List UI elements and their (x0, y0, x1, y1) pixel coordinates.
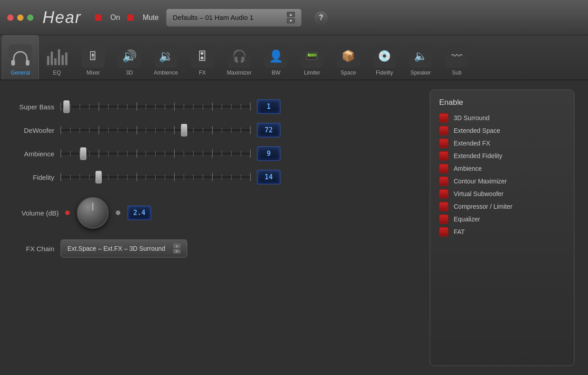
mute-led (127, 14, 133, 21)
ambience-thumb[interactable] (80, 147, 86, 160)
fidelity-label: Fidelity (14, 173, 54, 181)
label-equalizer: Equalizer (454, 216, 480, 223)
fidelity-thumb[interactable] (95, 171, 102, 183)
maximize-button[interactable] (27, 14, 33, 21)
fxchain-down[interactable]: ▼ (173, 249, 180, 253)
led-extended-fx (439, 139, 448, 148)
tab-3d-label: 3D (126, 70, 133, 76)
preset-value: Defaults – 01 Ham Audio 1 (173, 14, 253, 21)
traffic-lights (7, 14, 33, 21)
title-controls: On Mute Defaults – 01 Ham Audio 1 ▲ ▼ ? (95, 9, 328, 27)
enable-fat[interactable]: FAT (439, 227, 565, 236)
tab-ambience-label: Ambience (154, 70, 178, 76)
tab-general[interactable]: General (2, 35, 39, 80)
tab-fidelity[interactable]: 💿 Fidelity (366, 35, 403, 80)
led-3d-surround (439, 113, 448, 122)
super-bass-thumb[interactable] (63, 100, 70, 113)
tab-sub-label: Sub (452, 70, 461, 76)
tab-bar: General EQ 🎚 Mixer 🔊 3D (0, 35, 588, 80)
ambience-label: Ambience (14, 150, 54, 158)
tab-mixer[interactable]: 🎚 Mixer (75, 35, 111, 80)
label-3d-surround: 3D Surround (454, 114, 489, 122)
tab-limiter[interactable]: 📟 Limiter (294, 35, 330, 80)
super-bass-track (61, 106, 251, 108)
enable-list: 3D Surround Extended Space Extended FX E… (439, 113, 565, 236)
tab-ambience[interactable]: 🔉 Ambience (147, 35, 184, 80)
led-equalizer (439, 215, 448, 224)
label-virtual-subwoofer: Virtual Subwoofer (454, 190, 503, 197)
tab-limiter-icon: 📟 (300, 44, 324, 68)
enable-virtual-subwoofer[interactable]: Virtual Subwoofer (439, 189, 565, 198)
fidelity-slider[interactable] (61, 169, 251, 185)
dewoofer-slider[interactable] (61, 122, 251, 138)
dewoofer-ticks (61, 129, 251, 131)
fxchain-arrows: ▲ ▼ (173, 244, 180, 253)
tab-eq-label: EQ (53, 70, 61, 76)
tab-bw-icon: 👤 (264, 44, 288, 68)
ambience-track (61, 153, 251, 155)
enable-contour-maximizer[interactable]: Contour Maximizer (439, 177, 565, 186)
tab-eq[interactable]: EQ (39, 35, 75, 80)
tab-limiter-label: Limiter (304, 70, 320, 76)
tab-ambience-icon: 🔉 (154, 44, 178, 68)
tab-fx[interactable]: 🎛 FX (184, 35, 220, 80)
on-label[interactable]: On (110, 14, 120, 22)
app-title: Hear (43, 8, 81, 27)
label-extended-fx: Extended FX (454, 140, 490, 147)
tab-mixer-icon: 🎚 (81, 44, 105, 68)
help-button[interactable]: ? (314, 11, 328, 24)
label-fat: FAT (454, 228, 465, 235)
mute-label[interactable]: Mute (142, 14, 159, 22)
minimize-button[interactable] (17, 14, 24, 21)
volume-label: Volume (dB) (18, 209, 59, 217)
ambience-row: Ambience 9 (14, 145, 421, 162)
super-bass-row: Super Bass 1 (14, 98, 421, 115)
enable-extended-fx[interactable]: Extended FX (439, 139, 565, 148)
tab-general-icon (9, 44, 32, 68)
preset-arrows: ▲ ▼ (287, 12, 295, 23)
led-fat (439, 227, 448, 236)
tab-maximizer[interactable]: 🎧 Maximizer (220, 35, 258, 80)
tab-space-label: Space (341, 70, 356, 76)
led-extended-space (439, 126, 448, 135)
tab-sub[interactable]: 〰 Sub (439, 35, 475, 80)
dewoofer-value: 72 (257, 123, 280, 137)
close-button[interactable] (7, 14, 14, 21)
enable-extended-space[interactable]: Extended Space (439, 126, 565, 135)
enable-extended-fidelity[interactable]: Extended Fidelity (439, 151, 565, 160)
enable-3d-surround[interactable]: 3D Surround (439, 113, 565, 122)
tab-fx-label: FX (199, 70, 206, 76)
volume-knob-area: 2.4 (65, 197, 151, 229)
fxchain-dropdown[interactable]: Ext.Space – Ext.FX – 3D Surround ▲ ▼ (61, 239, 187, 258)
enable-ambience[interactable]: Ambience (439, 164, 565, 173)
volume-knob[interactable] (77, 197, 109, 229)
dewoofer-thumb[interactable] (181, 124, 187, 136)
label-extended-space: Extended Space (454, 127, 500, 134)
tab-3d[interactable]: 🔊 3D (111, 35, 147, 80)
ambience-ticks (61, 153, 251, 155)
tab-speaker[interactable]: 🔈 Speaker (403, 35, 439, 80)
volume-row: Volume (dB) 2.4 (14, 197, 421, 229)
tab-bw[interactable]: 👤 BW (258, 35, 294, 80)
tab-fx-icon: 🎛 (190, 44, 214, 68)
on-led (95, 14, 101, 21)
preset-down[interactable]: ▼ (287, 18, 295, 23)
volume-value: 2.4 (128, 206, 151, 220)
super-bass-slider[interactable] (61, 98, 251, 115)
tab-speaker-label: Speaker (411, 70, 431, 76)
enable-compressor-limiter[interactable]: Compressor / Limiter (439, 202, 565, 211)
tab-general-label: General (11, 70, 30, 76)
label-contour-maximizer: Contour Maximizer (454, 178, 507, 185)
ambience-slider[interactable] (61, 145, 251, 162)
tab-maximizer-label: Maximizer (227, 70, 251, 76)
fxchain-up[interactable]: ▲ (173, 244, 180, 248)
preset-up[interactable]: ▲ (287, 12, 295, 17)
tab-fidelity-label: Fidelity (376, 70, 393, 76)
tab-space[interactable]: 📦 Space (330, 35, 366, 80)
tab-eq-icon (45, 44, 69, 68)
led-ambience (439, 164, 448, 173)
fidelity-track (61, 176, 251, 178)
enable-equalizer[interactable]: Equalizer (439, 215, 565, 224)
sliders-panel: Super Bass 1 DeWoofer (14, 89, 421, 366)
preset-dropdown[interactable]: Defaults – 01 Ham Audio 1 ▲ ▼ (166, 9, 302, 27)
